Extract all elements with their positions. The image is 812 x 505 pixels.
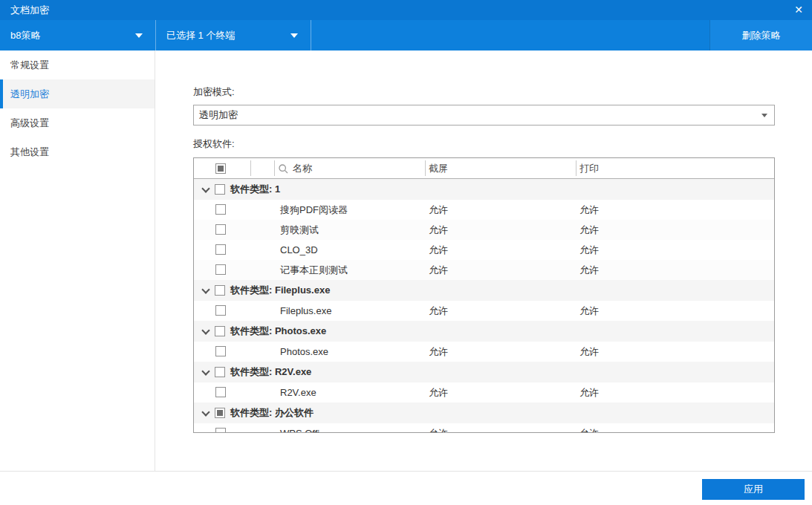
policy-dropdown-label: b8策略 bbox=[10, 20, 40, 50]
apply-button[interactable]: 应用 bbox=[702, 479, 805, 500]
software-name: WPS Offi bbox=[280, 423, 319, 433]
group-label: 软件类型: Photos.exe bbox=[230, 321, 326, 342]
row-checkbox[interactable] bbox=[215, 224, 226, 235]
document-encryption-window: 文档加密 ✕ b8策略 已选择 1 个终端 删除策略 常规设置 透明加密 高级设… bbox=[0, 0, 812, 505]
screenshot-permission[interactable]: 允许 bbox=[429, 240, 448, 260]
group-header-row[interactable]: 软件类型: Fileplus.exe bbox=[194, 280, 774, 301]
row-checkbox[interactable] bbox=[215, 346, 226, 356]
software-name: 剪映测试 bbox=[280, 220, 319, 240]
authorized-software-table: 名称 截屏 打印 软件类型: 1搜狗PDF阅读器允许允许剪映测试允许允许CLO_… bbox=[193, 157, 775, 433]
print-permission[interactable]: 允许 bbox=[579, 382, 599, 403]
select-all-checkbox[interactable] bbox=[215, 163, 226, 174]
table-row[interactable]: CLO_3D允许允许 bbox=[194, 240, 774, 260]
group-header-row[interactable]: 软件类型: 办公软件 bbox=[194, 403, 774, 423]
sidebar-item-general[interactable]: 常规设置 bbox=[0, 50, 155, 79]
column-divider bbox=[576, 160, 576, 176]
sidebar-item-transparent-encryption[interactable]: 透明加密 bbox=[0, 79, 155, 108]
column-divider bbox=[250, 160, 251, 176]
close-icon[interactable]: ✕ bbox=[794, 0, 803, 20]
group-label: 软件类型: Fileplus.exe bbox=[230, 280, 330, 301]
sidebar-item-other[interactable]: 其他设置 bbox=[0, 137, 155, 166]
row-checkbox[interactable] bbox=[215, 387, 226, 397]
table-row[interactable]: 搜狗PDF阅读器允许允许 bbox=[194, 200, 774, 220]
table-row[interactable]: 记事本正则测试允许允许 bbox=[194, 260, 774, 280]
encrypt-mode-select[interactable]: 透明加密 bbox=[193, 105, 775, 126]
group-checkbox[interactable] bbox=[215, 408, 225, 418]
software-name: 搜狗PDF阅读器 bbox=[280, 200, 348, 220]
column-header-name[interactable]: 名称 bbox=[293, 158, 312, 179]
screenshot-permission[interactable]: 允许 bbox=[429, 382, 448, 403]
screenshot-permission[interactable]: 允许 bbox=[429, 200, 448, 220]
sidebar: 常规设置 透明加密 高级设置 其他设置 bbox=[0, 50, 155, 471]
group-header-row[interactable]: 软件类型: 1 bbox=[194, 179, 774, 200]
row-checkbox[interactable] bbox=[215, 305, 226, 316]
table-body: 软件类型: 1搜狗PDF阅读器允许允许剪映测试允许允许CLO_3D允许允许记事本… bbox=[194, 179, 774, 433]
screenshot-permission[interactable]: 允许 bbox=[429, 260, 448, 280]
ribbon: b8策略 已选择 1 个终端 删除策略 bbox=[0, 20, 812, 50]
chevron-down-icon bbox=[761, 114, 767, 117]
column-header-print[interactable]: 打印 bbox=[579, 158, 599, 179]
print-permission[interactable]: 允许 bbox=[579, 342, 599, 362]
software-name: Fileplus.exe bbox=[280, 301, 331, 321]
group-label: 软件类型: R2V.exe bbox=[230, 362, 311, 382]
table-row[interactable]: Photos.exe允许允许 bbox=[194, 342, 774, 362]
software-name: 记事本正则测试 bbox=[280, 260, 348, 280]
print-permission[interactable]: 允许 bbox=[579, 200, 599, 220]
group-checkbox[interactable] bbox=[215, 326, 225, 336]
chevron-down-icon[interactable] bbox=[201, 285, 210, 293]
row-checkbox[interactable] bbox=[215, 428, 226, 433]
encrypt-mode-label: 加密模式: bbox=[193, 85, 235, 99]
software-name: CLO_3D bbox=[280, 240, 318, 260]
row-checkbox[interactable] bbox=[215, 264, 226, 275]
terminal-dropdown[interactable]: 已选择 1 个终端 bbox=[155, 20, 311, 50]
table-row[interactable]: Fileplus.exe允许允许 bbox=[194, 301, 774, 321]
print-permission[interactable]: 允许 bbox=[579, 301, 599, 321]
group-label: 软件类型: 1 bbox=[230, 179, 280, 200]
screenshot-permission[interactable]: 允许 bbox=[429, 423, 448, 433]
chevron-down-icon[interactable] bbox=[201, 408, 210, 416]
window-title: 文档加密 bbox=[10, 0, 49, 20]
column-header-screenshot[interactable]: 截屏 bbox=[429, 158, 448, 179]
group-checkbox[interactable] bbox=[215, 367, 225, 377]
row-checkbox[interactable] bbox=[215, 204, 226, 215]
sidebar-item-advanced[interactable]: 高级设置 bbox=[0, 108, 155, 137]
authorized-software-label: 授权软件: bbox=[193, 137, 235, 151]
delete-policy-button[interactable]: 删除策略 bbox=[709, 20, 812, 50]
group-label: 软件类型: 办公软件 bbox=[230, 403, 314, 423]
row-checkbox[interactable] bbox=[215, 244, 226, 255]
encrypt-mode-value: 透明加密 bbox=[199, 105, 238, 125]
group-header-row[interactable]: 软件类型: Photos.exe bbox=[194, 321, 774, 342]
screenshot-permission[interactable]: 允许 bbox=[429, 301, 448, 321]
chevron-down-icon[interactable] bbox=[201, 326, 210, 334]
print-permission[interactable]: 允许 bbox=[579, 260, 599, 280]
table-row[interactable]: 剪映测试允许允许 bbox=[194, 220, 774, 240]
print-permission[interactable]: 允许 bbox=[579, 220, 599, 240]
group-checkbox[interactable] bbox=[215, 184, 225, 195]
chevron-down-icon bbox=[290, 33, 298, 38]
column-divider bbox=[425, 160, 426, 176]
screenshot-permission[interactable]: 允许 bbox=[429, 342, 448, 362]
column-divider bbox=[274, 160, 275, 176]
chevron-down-icon[interactable] bbox=[201, 184, 210, 192]
table-row[interactable]: WPS Offi允许允许 bbox=[194, 423, 774, 433]
group-checkbox[interactable] bbox=[215, 285, 225, 296]
software-name: R2V.exe bbox=[280, 382, 316, 403]
chevron-down-icon bbox=[135, 33, 143, 38]
search-icon[interactable] bbox=[279, 164, 288, 176]
print-permission[interactable]: 允许 bbox=[579, 423, 599, 433]
print-permission[interactable]: 允许 bbox=[579, 240, 599, 260]
footer: 应用 bbox=[0, 471, 812, 505]
content-panel: 加密模式: 透明加密 授权软件: 名称 截屏 打印 软件类型: 1搜狗PDF阅读… bbox=[156, 50, 812, 471]
policy-dropdown[interactable]: b8策略 bbox=[0, 20, 155, 50]
screenshot-permission[interactable]: 允许 bbox=[429, 220, 448, 240]
table-row[interactable]: R2V.exe允许允许 bbox=[194, 382, 774, 403]
table-header: 名称 截屏 打印 bbox=[194, 158, 774, 179]
titlebar: 文档加密 ✕ bbox=[0, 0, 812, 20]
group-header-row[interactable]: 软件类型: R2V.exe bbox=[194, 362, 774, 382]
terminal-dropdown-label: 已选择 1 个终端 bbox=[166, 20, 235, 50]
software-name: Photos.exe bbox=[280, 342, 328, 362]
chevron-down-icon[interactable] bbox=[201, 367, 210, 375]
